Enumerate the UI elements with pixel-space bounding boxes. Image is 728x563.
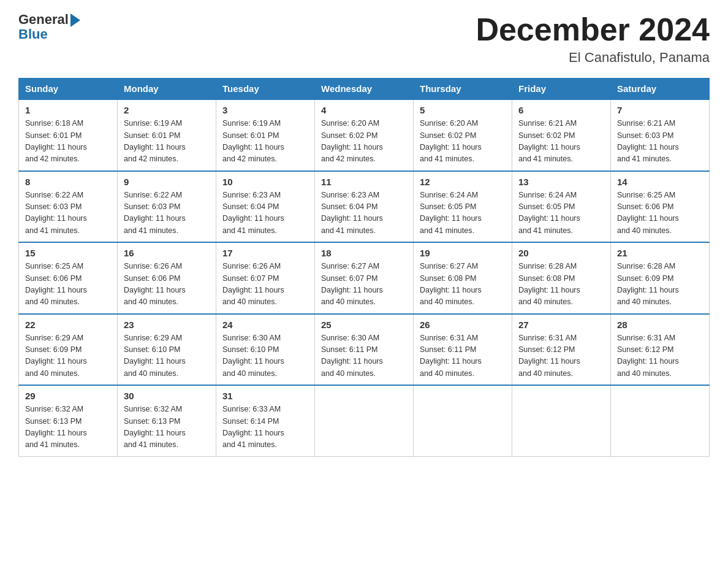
day-info: Sunrise: 6:24 AM Sunset: 6:05 PM Dayligh…	[518, 190, 604, 237]
day-number: 3	[222, 105, 308, 115]
calendar-table: Sunday Monday Tuesday Wednesday Thursday…	[18, 78, 710, 457]
day-number: 1	[25, 105, 111, 115]
day-number: 11	[321, 177, 407, 187]
day-number: 8	[25, 177, 111, 187]
day-number: 19	[420, 248, 506, 258]
day-number: 5	[420, 105, 506, 115]
calendar-cell: 24 Sunrise: 6:30 AM Sunset: 6:10 PM Dayl…	[216, 314, 315, 386]
day-number: 24	[222, 320, 308, 330]
day-info: Sunrise: 6:29 AM Sunset: 6:10 PM Dayligh…	[124, 332, 210, 380]
day-info: Sunrise: 6:23 AM Sunset: 6:04 PM Dayligh…	[321, 190, 407, 237]
day-info: Sunrise: 6:33 AM Sunset: 6:14 PM Dayligh…	[222, 404, 308, 451]
calendar-cell: 11 Sunrise: 6:23 AM Sunset: 6:04 PM Dayl…	[315, 171, 414, 243]
day-number: 12	[420, 177, 506, 187]
day-info: Sunrise: 6:31 AM Sunset: 6:12 PM Dayligh…	[617, 332, 703, 380]
day-info: Sunrise: 6:25 AM Sunset: 6:06 PM Dayligh…	[617, 190, 703, 237]
calendar-cell: 22 Sunrise: 6:29 AM Sunset: 6:09 PM Dayl…	[19, 314, 118, 386]
day-number: 15	[25, 248, 111, 258]
col-saturday: Saturday	[611, 79, 710, 100]
day-number: 31	[222, 391, 308, 401]
calendar-cell: 20 Sunrise: 6:28 AM Sunset: 6:08 PM Dayl…	[512, 242, 611, 314]
location-text: El Canafistulo, Panama	[476, 50, 710, 66]
day-number: 6	[518, 105, 604, 115]
day-info: Sunrise: 6:28 AM Sunset: 6:09 PM Dayligh…	[617, 261, 703, 308]
col-monday: Monday	[118, 79, 216, 100]
day-info: Sunrise: 6:23 AM Sunset: 6:04 PM Dayligh…	[222, 190, 308, 237]
calendar-week-row: 29 Sunrise: 6:32 AM Sunset: 6:13 PM Dayl…	[19, 385, 710, 456]
day-number: 4	[321, 105, 407, 115]
day-number: 18	[321, 248, 407, 258]
calendar-cell	[611, 385, 710, 456]
calendar-cell: 1 Sunrise: 6:18 AM Sunset: 6:01 PM Dayli…	[19, 99, 118, 171]
col-sunday: Sunday	[19, 79, 118, 100]
day-number: 2	[124, 105, 210, 115]
col-friday: Friday	[512, 79, 611, 100]
day-info: Sunrise: 6:32 AM Sunset: 6:13 PM Dayligh…	[124, 404, 210, 451]
calendar-cell: 14 Sunrise: 6:25 AM Sunset: 6:06 PM Dayl…	[611, 171, 710, 243]
day-info: Sunrise: 6:24 AM Sunset: 6:05 PM Dayligh…	[420, 190, 506, 237]
calendar-cell: 26 Sunrise: 6:31 AM Sunset: 6:11 PM Dayl…	[414, 314, 512, 386]
day-info: Sunrise: 6:30 AM Sunset: 6:10 PM Dayligh…	[222, 332, 308, 380]
logo: General Blue	[18, 12, 80, 42]
calendar-cell: 19 Sunrise: 6:27 AM Sunset: 6:08 PM Dayl…	[414, 242, 512, 314]
calendar-cell: 21 Sunrise: 6:28 AM Sunset: 6:09 PM Dayl…	[611, 242, 710, 314]
day-info: Sunrise: 6:21 AM Sunset: 6:02 PM Dayligh…	[518, 118, 604, 166]
day-info: Sunrise: 6:30 AM Sunset: 6:11 PM Dayligh…	[321, 332, 407, 380]
day-info: Sunrise: 6:18 AM Sunset: 6:01 PM Dayligh…	[25, 118, 111, 166]
day-number: 20	[518, 248, 604, 258]
day-number: 23	[124, 320, 210, 330]
calendar-cell: 7 Sunrise: 6:21 AM Sunset: 6:03 PM Dayli…	[611, 99, 710, 171]
calendar-cell: 28 Sunrise: 6:31 AM Sunset: 6:12 PM Dayl…	[611, 314, 710, 386]
day-info: Sunrise: 6:32 AM Sunset: 6:13 PM Dayligh…	[25, 404, 111, 451]
calendar-cell: 30 Sunrise: 6:32 AM Sunset: 6:13 PM Dayl…	[118, 385, 216, 456]
day-info: Sunrise: 6:20 AM Sunset: 6:02 PM Dayligh…	[321, 118, 407, 166]
logo-blue-text: Blue	[18, 27, 48, 42]
calendar-cell: 8 Sunrise: 6:22 AM Sunset: 6:03 PM Dayli…	[19, 171, 118, 243]
calendar-cell: 29 Sunrise: 6:32 AM Sunset: 6:13 PM Dayl…	[19, 385, 118, 456]
calendar-cell: 9 Sunrise: 6:22 AM Sunset: 6:03 PM Dayli…	[118, 171, 216, 243]
day-info: Sunrise: 6:19 AM Sunset: 6:01 PM Dayligh…	[124, 118, 210, 166]
day-number: 16	[124, 248, 210, 258]
calendar-week-row: 8 Sunrise: 6:22 AM Sunset: 6:03 PM Dayli…	[19, 171, 710, 243]
day-number: 7	[617, 105, 703, 115]
calendar-cell: 17 Sunrise: 6:26 AM Sunset: 6:07 PM Dayl…	[216, 242, 315, 314]
day-number: 17	[222, 248, 308, 258]
day-number: 9	[124, 177, 210, 187]
day-info: Sunrise: 6:19 AM Sunset: 6:01 PM Dayligh…	[222, 118, 308, 166]
day-number: 25	[321, 320, 407, 330]
col-tuesday: Tuesday	[216, 79, 315, 100]
calendar-cell: 15 Sunrise: 6:25 AM Sunset: 6:06 PM Dayl…	[19, 242, 118, 314]
calendar-cell	[315, 385, 414, 456]
calendar-header-row: Sunday Monday Tuesday Wednesday Thursday…	[19, 79, 710, 100]
page-header: General Blue December 2024 El Canafistul…	[18, 12, 710, 66]
day-info: Sunrise: 6:22 AM Sunset: 6:03 PM Dayligh…	[124, 190, 210, 237]
day-info: Sunrise: 6:26 AM Sunset: 6:06 PM Dayligh…	[124, 261, 210, 308]
day-info: Sunrise: 6:20 AM Sunset: 6:02 PM Dayligh…	[420, 118, 506, 166]
calendar-cell: 23 Sunrise: 6:29 AM Sunset: 6:10 PM Dayl…	[118, 314, 216, 386]
calendar-cell	[414, 385, 512, 456]
calendar-cell: 6 Sunrise: 6:21 AM Sunset: 6:02 PM Dayli…	[512, 99, 611, 171]
calendar-cell: 16 Sunrise: 6:26 AM Sunset: 6:06 PM Dayl…	[118, 242, 216, 314]
month-title: December 2024	[476, 12, 710, 47]
col-thursday: Thursday	[414, 79, 512, 100]
day-number: 30	[124, 391, 210, 401]
day-number: 14	[617, 177, 703, 187]
day-number: 13	[518, 177, 604, 187]
calendar-cell: 27 Sunrise: 6:31 AM Sunset: 6:12 PM Dayl…	[512, 314, 611, 386]
title-section: December 2024 El Canafistulo, Panama	[476, 12, 710, 66]
calendar-cell: 25 Sunrise: 6:30 AM Sunset: 6:11 PM Dayl…	[315, 314, 414, 386]
day-number: 27	[518, 320, 604, 330]
day-info: Sunrise: 6:21 AM Sunset: 6:03 PM Dayligh…	[617, 118, 703, 166]
day-info: Sunrise: 6:25 AM Sunset: 6:06 PM Dayligh…	[25, 261, 111, 308]
calendar-cell: 2 Sunrise: 6:19 AM Sunset: 6:01 PM Dayli…	[118, 99, 216, 171]
calendar-week-row: 15 Sunrise: 6:25 AM Sunset: 6:06 PM Dayl…	[19, 242, 710, 314]
calendar-cell	[512, 385, 611, 456]
calendar-cell: 18 Sunrise: 6:27 AM Sunset: 6:07 PM Dayl…	[315, 242, 414, 314]
day-number: 28	[617, 320, 703, 330]
day-info: Sunrise: 6:26 AM Sunset: 6:07 PM Dayligh…	[222, 261, 308, 308]
day-number: 26	[420, 320, 506, 330]
calendar-cell: 13 Sunrise: 6:24 AM Sunset: 6:05 PM Dayl…	[512, 171, 611, 243]
day-info: Sunrise: 6:29 AM Sunset: 6:09 PM Dayligh…	[25, 332, 111, 380]
day-info: Sunrise: 6:28 AM Sunset: 6:08 PM Dayligh…	[518, 261, 604, 308]
calendar-cell: 4 Sunrise: 6:20 AM Sunset: 6:02 PM Dayli…	[315, 99, 414, 171]
